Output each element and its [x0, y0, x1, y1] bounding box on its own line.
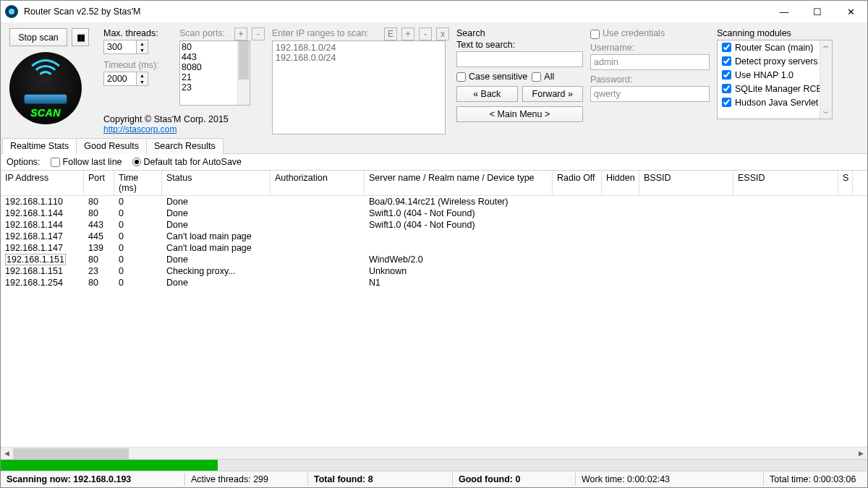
timeout-label: Timeout (ms):: [103, 60, 172, 70]
main-menu-button[interactable]: < Main Menu >: [456, 106, 583, 122]
chevron-up-icon[interactable]: ▲: [137, 40, 148, 47]
col-time[interactable]: Time (ms): [114, 171, 162, 195]
module-checkbox[interactable]: [722, 43, 731, 52]
ports-listbox[interactable]: 8044380802123: [179, 40, 250, 106]
table-row[interactable]: 192.168.1.1474450Can't load main page: [1, 231, 867, 242]
chevron-up-icon[interactable]: ︿: [823, 40, 829, 50]
ip-ranges-label: Enter IP ranges to scan:: [272, 28, 380, 38]
maximize-button[interactable]: ☐: [801, 1, 834, 22]
chevron-down-icon[interactable]: ▼: [137, 47, 148, 53]
col-essid[interactable]: ESSID: [733, 171, 838, 195]
app-window: Router Scan v2.52 by Stas'M — ☐ ✕ Stop s…: [0, 0, 868, 488]
status-total-found: Total found: 8: [308, 473, 453, 486]
col-port[interactable]: Port: [84, 171, 114, 195]
titlebar: Router Scan v2.52 by Stas'M — ☐ ✕: [1, 1, 867, 22]
horizontal-scrollbar[interactable]: ◀ ▶: [1, 447, 867, 459]
ip-edit-button[interactable]: E: [384, 27, 397, 40]
scrollbar[interactable]: [237, 41, 250, 105]
results-table: IP Address Port Time (ms) Status Authori…: [1, 171, 867, 459]
tab-realtime-stats[interactable]: Realtime Stats: [2, 138, 77, 154]
table-row[interactable]: 192.168.1.110800DoneBoa/0.94.14rc21 (Wir…: [1, 196, 867, 207]
col-auth[interactable]: Authorization: [271, 171, 365, 195]
back-button[interactable]: « Back: [456, 86, 518, 102]
ip-remove-button[interactable]: -: [419, 27, 432, 40]
chevron-down-icon[interactable]: ﹀: [823, 109, 829, 119]
minimize-button[interactable]: —: [767, 1, 801, 22]
app-icon: [5, 5, 18, 18]
status-bar: Scanning now: 192.168.0.193 Active threa…: [1, 471, 867, 487]
use-credentials-checkbox[interactable]: Use credentials: [590, 28, 710, 40]
scrollbar[interactable]: ︿ ﹀: [820, 40, 832, 119]
tab-search-results[interactable]: Search Results: [146, 138, 224, 154]
follow-last-checkbox[interactable]: Follow last line: [51, 157, 122, 167]
status-good-found: Good found: 0: [453, 473, 576, 486]
col-radio[interactable]: Radio Off: [553, 171, 602, 195]
default-tab-radio[interactable]: Default tab for AutoSave: [132, 157, 242, 167]
col-ip[interactable]: IP Address: [1, 171, 84, 195]
ip-ranges-listbox[interactable]: 192.168.1.0/24192.168.0.0/24: [272, 40, 446, 134]
max-threads-label: Max. threads:: [103, 28, 172, 38]
app-logo: SCAN: [9, 52, 82, 124]
close-button[interactable]: ✕: [834, 1, 867, 22]
max-threads-spinner[interactable]: ▲▼: [103, 40, 172, 54]
progress-bar: [1, 459, 867, 471]
password-input: [590, 86, 710, 102]
status-scanning-now: Scanning now: 192.168.0.193: [1, 473, 185, 486]
module-checkbox[interactable]: [722, 84, 731, 93]
table-row[interactable]: 192.168.1.151230Checking proxy...Unknown: [1, 265, 867, 277]
max-threads-input[interactable]: [103, 40, 137, 54]
case-sensitive-checkbox[interactable]: Case sensitive: [456, 72, 527, 82]
list-item[interactable]: 192.168.1.0/24: [276, 43, 442, 53]
ip-clear-button[interactable]: x: [436, 27, 449, 40]
module-item[interactable]: Router Scan (main): [718, 40, 832, 54]
col-extra[interactable]: S: [838, 171, 853, 195]
col-status[interactable]: Status: [162, 171, 271, 195]
table-row[interactable]: 192.168.1.254800DoneN1: [1, 277, 867, 288]
table-header: IP Address Port Time (ms) Status Authori…: [1, 171, 867, 196]
all-checkbox[interactable]: All: [532, 72, 554, 82]
module-item[interactable]: SQLite Manager RCE: [718, 82, 832, 95]
tab-good-results[interactable]: Good Results: [76, 138, 147, 154]
table-row[interactable]: 192.168.1.1471390Can't load main page: [1, 242, 867, 254]
ip-add-button[interactable]: +: [401, 27, 414, 40]
module-item[interactable]: Hudson Java Servlet: [718, 95, 832, 109]
username-label: Username:: [590, 43, 710, 53]
chevron-up-icon[interactable]: ▲: [137, 72, 148, 79]
username-input: [590, 54, 710, 70]
timeout-input[interactable]: [103, 72, 137, 86]
table-row[interactable]: 192.168.1.144800DoneSwift1.0 (404 - Not …: [1, 207, 867, 219]
tabs: Realtime Stats Good Results Search Resul…: [1, 137, 867, 154]
table-row[interactable]: 192.168.1.1444430DoneSwift1.0 (404 - Not…: [1, 219, 867, 231]
ports-add-button[interactable]: +: [234, 27, 247, 40]
ports-remove-button[interactable]: -: [252, 27, 265, 40]
options-row: Options: Follow last line Default tab fo…: [1, 154, 867, 171]
col-bssid[interactable]: BSSID: [639, 171, 733, 195]
pause-button[interactable]: ▮▮: [72, 28, 89, 46]
search-section: Search Text to search: Case sensitive Al…: [456, 28, 583, 134]
list-item[interactable]: 192.168.0.0/24: [276, 53, 442, 63]
module-checkbox[interactable]: [722, 56, 731, 66]
website-link[interactable]: http://stascorp.com: [103, 124, 176, 134]
search-input[interactable]: [456, 51, 583, 67]
modules-listbox[interactable]: Router Scan (main) Detect proxy servers …: [717, 40, 833, 119]
chevron-right-icon[interactable]: ▶: [855, 448, 867, 460]
chevron-left-icon[interactable]: ◀: [1, 448, 13, 460]
status-active-threads: Active threads: 299: [185, 473, 308, 486]
chevron-down-icon[interactable]: ▼: [137, 79, 148, 85]
table-body: 192.168.1.110800DoneBoa/0.94.14rc21 (Wir…: [1, 196, 867, 447]
col-server[interactable]: Server name / Realm name / Device type: [365, 171, 553, 195]
module-checkbox[interactable]: [722, 98, 731, 107]
window-controls: — ☐ ✕: [767, 1, 867, 22]
col-hidden[interactable]: Hidden: [602, 171, 639, 195]
router-icon: [24, 94, 67, 104]
module-item[interactable]: Use HNAP 1.0: [718, 68, 832, 82]
forward-button[interactable]: Forward »: [522, 86, 584, 102]
module-checkbox[interactable]: [722, 70, 731, 80]
password-label: Password:: [590, 74, 710, 85]
timeout-spinner[interactable]: ▲▼: [103, 72, 172, 86]
module-item[interactable]: Detect proxy servers: [718, 54, 832, 68]
credentials-section: Use credentials Username: Password:: [590, 28, 710, 134]
stop-scan-button[interactable]: Stop scan: [9, 28, 67, 46]
modules-title: Scanning modules: [717, 28, 860, 38]
table-row[interactable]: 192.168.1.151800DoneWindWeb/2.0: [1, 254, 867, 265]
